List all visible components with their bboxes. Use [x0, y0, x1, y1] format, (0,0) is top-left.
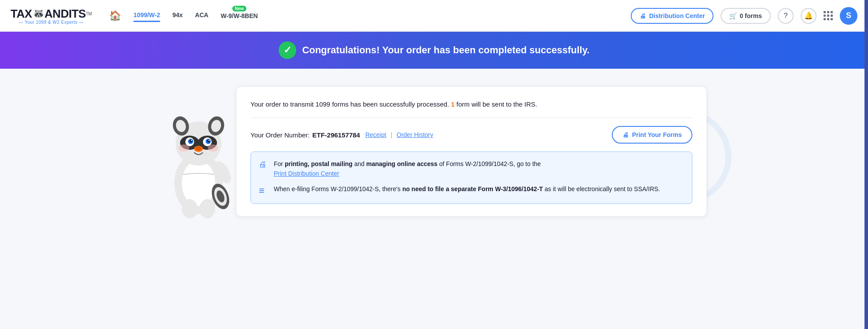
- nav-links: 🏠 1099/W-2 94x ACA New W-9/W-8BEN: [109, 10, 630, 22]
- order-links: Receipt | Order History: [365, 131, 433, 138]
- grid-dot: [827, 15, 829, 17]
- info-box-row-1: 🖨 For printing, postal mailing and manag…: [259, 159, 684, 179]
- logo-tax: TAX: [11, 7, 32, 21]
- order-separator: |: [390, 131, 392, 138]
- success-banner: ✓ Congratulations! Your order has been c…: [0, 32, 868, 69]
- info-card: Your order to transmit 1099 forms has be…: [236, 86, 707, 217]
- nav-link-94x[interactable]: 94x: [173, 11, 183, 20]
- info-text-1a: For: [274, 160, 285, 167]
- svg-point-23: [208, 144, 218, 152]
- svg-point-1: [182, 160, 215, 206]
- nav-link-w9w8ben[interactable]: W-9/W-8BEN: [221, 12, 257, 21]
- receipt-link[interactable]: Receipt: [365, 131, 386, 138]
- svg-point-26: [199, 199, 215, 218]
- grid-menu-button[interactable]: [824, 11, 833, 20]
- nav-link-aca[interactable]: ACA: [195, 11, 208, 20]
- order-history-link[interactable]: Order History: [397, 131, 433, 138]
- side-accent-bar: [864, 0, 868, 238]
- logo[interactable]: TAX 🦝 ANDITS TM — Your 1099 & W2 Experts…: [11, 7, 92, 25]
- avatar[interactable]: S: [840, 7, 857, 25]
- bell-icon: 🔔: [804, 11, 813, 20]
- order-description: Your order to transmit 1099 forms has be…: [250, 99, 692, 118]
- print-forms-icon: 🖨: [622, 131, 629, 138]
- svg-point-22: [179, 144, 189, 152]
- order-highlight: 1: [451, 100, 455, 108]
- info-box: 🖨 For printing, postal mailing and manag…: [250, 152, 692, 204]
- svg-point-18: [191, 140, 192, 141]
- logo-andits: ANDITS: [44, 7, 86, 21]
- success-check-icon: ✓: [279, 41, 296, 59]
- info-bold-1a: printing, postal mailing: [285, 160, 353, 167]
- info-box-row-2: ≡ When e-filing Forms W-2/1099/1042-S, t…: [259, 184, 684, 196]
- cart-button[interactable]: 🛒 0 forms: [721, 8, 771, 24]
- main-content: Your order to transmit 1099 forms has be…: [148, 86, 720, 220]
- order-label: Your Order Number:: [250, 131, 310, 139]
- distribution-center-button[interactable]: 🖨 Distribution Center: [631, 8, 714, 24]
- help-button[interactable]: ?: [778, 8, 794, 24]
- logo-owl-icon: 🦝: [33, 8, 44, 19]
- order-desc-2: form will be sent to the IRS.: [456, 100, 537, 108]
- logo-subtitle: — Your 1099 & W2 Experts —: [11, 20, 92, 25]
- nav-actions: 🖨 Distribution Center 🛒 0 forms ? 🔔 S: [631, 7, 857, 25]
- distribution-center-label: Distribution Center: [649, 12, 705, 19]
- order-desc-1: Your order to transmit 1099 forms has be…: [250, 100, 449, 108]
- order-row: Your Order Number: ETF-296157784 Receipt…: [250, 126, 692, 144]
- navbar: TAX 🦝 ANDITS TM — Your 1099 & W2 Experts…: [0, 0, 868, 32]
- grid-dot: [824, 15, 826, 17]
- help-icon: ?: [784, 12, 788, 20]
- logo-tm: TM: [86, 11, 92, 16]
- svg-point-25: [182, 199, 198, 218]
- grid-dot: [827, 18, 829, 20]
- print-forms-button[interactable]: 🖨 Print Your Forms: [612, 126, 692, 144]
- grid-dot: [831, 11, 833, 13]
- order-number-area: Your Order Number: ETF-296157784 Receipt…: [250, 131, 433, 139]
- raccoon-svg: [161, 95, 236, 218]
- grid-dot: [831, 15, 833, 17]
- cart-icon: 🛒: [729, 12, 737, 19]
- nav-link-1099w2[interactable]: 1099/W-2: [133, 11, 160, 20]
- info-box-text-1: For printing, postal mailing and managin…: [274, 159, 541, 179]
- info-bold-2: no need to file a separate Form W-3/1096…: [402, 185, 543, 192]
- grid-dot: [824, 11, 826, 13]
- home-icon[interactable]: 🏠: [109, 10, 121, 22]
- success-message: Congratulations! Your order has been com…: [302, 44, 590, 56]
- print-distribution-link[interactable]: Print Distribution Center: [274, 170, 339, 177]
- nav-link-wrapper-w9: New W-9/W-8BEN: [221, 12, 257, 20]
- info-printer-icon: 🖨: [259, 160, 268, 169]
- info-text-1c: of Forms W-2/1099/1042-S, go to the: [438, 160, 541, 167]
- grid-dot: [824, 18, 826, 20]
- info-bold-1b: managing online access: [366, 160, 438, 167]
- logo-text: TAX 🦝 ANDITS TM: [11, 7, 92, 21]
- grid-dot: [827, 11, 829, 13]
- printer-icon: 🖨: [640, 12, 646, 19]
- info-text-2b: as it will be electronically sent to SSA…: [543, 185, 660, 192]
- grid-dot: [831, 18, 833, 20]
- new-badge: New: [232, 6, 246, 11]
- info-text-2a: When e-filing Forms W-2/1099/1042-S, the…: [274, 185, 402, 192]
- svg-point-19: [209, 140, 210, 141]
- svg-point-21: [195, 146, 202, 151]
- raccoon-mascot: [161, 95, 240, 220]
- print-forms-label: Print Your Forms: [632, 131, 682, 138]
- info-box-text-2: When e-filing Forms W-2/1099/1042-S, the…: [274, 184, 660, 194]
- bell-button[interactable]: 🔔: [801, 8, 817, 24]
- cart-count: 0 forms: [739, 12, 762, 19]
- info-list-icon: ≡: [259, 185, 268, 196]
- info-text-1b: and: [353, 160, 366, 167]
- order-number: ETF-296157784: [313, 131, 360, 139]
